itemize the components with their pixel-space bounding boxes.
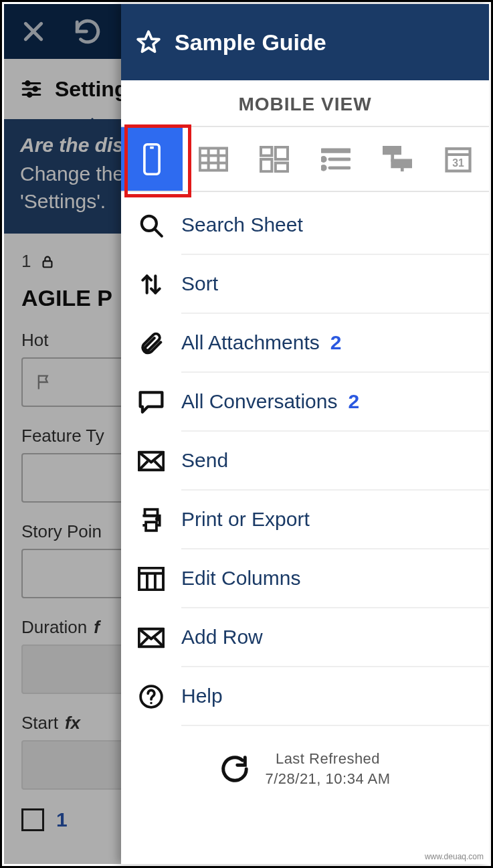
checkbox-icon[interactable]: [21, 808, 44, 831]
refresh-line1: Last Refreshed: [265, 749, 390, 769]
svg-point-22: [322, 157, 325, 161]
panel-menu: Search Sheet Sort All Attachments 2 All …: [121, 192, 489, 726]
row-number: 1: [21, 251, 31, 272]
svg-point-3: [26, 82, 30, 86]
menu-item-conversations[interactable]: All Conversations 2: [121, 373, 489, 432]
menu-item-print[interactable]: Print or Export: [121, 491, 489, 549]
menu-label: Help: [181, 685, 223, 707]
svg-point-5: [33, 87, 37, 91]
svg-rect-12: [199, 148, 226, 170]
svg-rect-26: [384, 147, 400, 153]
menu-label: Send: [181, 449, 228, 472]
menu-label: Sort: [181, 272, 218, 295]
settings-sliders-icon: [20, 78, 43, 100]
svg-rect-19: [276, 147, 288, 159]
watermark: www.deuaq.com: [423, 851, 486, 862]
view-tab-list[interactable]: [305, 127, 367, 191]
svg-text:31: 31: [452, 157, 464, 169]
refresh-icon[interactable]: [74, 17, 102, 46]
view-tab-calendar[interactable]: 31: [427, 127, 489, 191]
fx-icon: fx: [65, 713, 80, 733]
refresh-line2: 7/28/21, 10:34 AM: [265, 769, 390, 789]
panel-title: Sample Guide: [175, 29, 326, 56]
menu-item-columns[interactable]: Edit Columns: [121, 549, 489, 608]
svg-line-38: [139, 461, 148, 470]
svg-line-34: [155, 229, 162, 236]
refresh-block[interactable]: Last Refreshed 7/28/21, 10:34 AM: [121, 726, 489, 788]
menu-label: All Attachments: [181, 331, 320, 354]
svg-line-48: [139, 638, 148, 646]
svg-line-39: [155, 461, 163, 470]
addrow-icon: [138, 627, 165, 648]
menu-item-attachments[interactable]: All Attachments 2: [121, 314, 489, 373]
menu-item-help[interactable]: Help: [121, 667, 489, 726]
star-icon[interactable]: [136, 29, 161, 55]
view-tabs: 31: [121, 126, 489, 192]
svg-point-7: [27, 93, 31, 97]
svg-point-51: [150, 702, 152, 704]
svg-rect-43: [139, 568, 163, 590]
svg-marker-9: [138, 31, 159, 52]
refresh-text: Last Refreshed 7/28/21, 10:34 AM: [265, 749, 390, 788]
svg-rect-18: [261, 159, 272, 171]
view-tab-grid[interactable]: [183, 127, 244, 191]
send-icon: [138, 450, 165, 472]
menu-label: Edit Columns: [181, 567, 300, 590]
check-value: 1: [56, 808, 68, 831]
svg-rect-17: [261, 147, 272, 155]
svg-point-42: [157, 518, 159, 520]
menu-label: Print or Export: [181, 508, 310, 531]
menu-item-addrow[interactable]: Add Row: [121, 608, 489, 667]
menu-label: Add Row: [181, 626, 263, 648]
svg-rect-20: [276, 163, 288, 171]
svg-rect-41: [146, 522, 157, 531]
flag-icon: [35, 372, 54, 392]
svg-point-24: [322, 166, 325, 169]
fx-icon: f: [94, 617, 100, 638]
menu-item-sort[interactable]: Sort: [121, 255, 489, 314]
menu-item-search[interactable]: Search Sheet: [121, 196, 489, 255]
attachment-icon: [138, 330, 164, 357]
svg-rect-28: [392, 160, 410, 166]
menu-item-send[interactable]: Send: [121, 432, 489, 491]
view-tab-mobile[interactable]: [121, 127, 183, 191]
columns-icon: [138, 567, 165, 591]
refresh-icon[interactable]: [219, 754, 250, 784]
view-tab-card[interactable]: [243, 127, 305, 191]
conversation-icon: [138, 390, 165, 414]
menu-label: All Conversations: [181, 390, 337, 413]
svg-rect-8: [43, 261, 52, 267]
view-label: MOBILE VIEW: [121, 80, 489, 126]
print-icon: [138, 507, 165, 533]
attachments-count: 2: [330, 331, 342, 354]
panel-header: Sample Guide: [121, 4, 489, 80]
conversations-count: 2: [348, 390, 359, 413]
help-icon: [138, 684, 164, 709]
side-panel: Sample Guide MOBILE VIEW 31 Search Sheet: [121, 4, 489, 864]
lock-icon: [40, 253, 55, 270]
settings-caret-icon: [83, 118, 102, 127]
search-icon: [138, 213, 164, 238]
view-tab-gantt[interactable]: [367, 127, 428, 191]
sort-icon: [138, 271, 164, 298]
close-icon[interactable]: [20, 18, 47, 45]
svg-line-49: [155, 638, 163, 646]
menu-label: Search Sheet: [181, 213, 303, 236]
